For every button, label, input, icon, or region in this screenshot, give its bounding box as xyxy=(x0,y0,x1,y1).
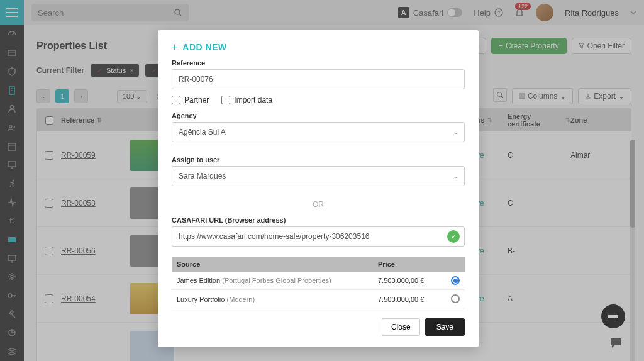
save-button[interactable]: Save xyxy=(425,318,465,336)
menu-lines-icon xyxy=(608,315,618,318)
agency-label: Agency xyxy=(172,112,465,119)
chat-icon xyxy=(609,336,623,350)
source-table: Source Price James Edition (Portugal For… xyxy=(172,257,465,309)
modal-title: ADD NEW xyxy=(182,42,226,52)
reference-label: Reference xyxy=(172,59,465,67)
url-label: CASAFARI URL (Browser address) xyxy=(172,216,465,224)
source-radio[interactable] xyxy=(451,294,460,303)
close-button[interactable]: Close xyxy=(382,318,420,336)
check-circle-icon: ✓ xyxy=(447,230,460,243)
url-input[interactable] xyxy=(172,226,465,247)
plus-icon: + xyxy=(172,42,177,53)
add-new-modal: + ADD NEW Reference Partner Import data … xyxy=(158,30,479,347)
th-source: Source xyxy=(177,260,378,268)
chat-button[interactable] xyxy=(606,333,625,352)
chevron-down-icon: ⌄ xyxy=(453,128,458,135)
source-row[interactable]: James Edition (Portugal Forbes Global Pr… xyxy=(172,272,465,290)
chevron-down-icon: ⌄ xyxy=(453,172,458,179)
source-row[interactable]: Luxury Portfolio (Modern) 7.500.000,00 € xyxy=(172,290,465,309)
source-radio[interactable] xyxy=(451,276,460,285)
import-checkbox[interactable]: Import data xyxy=(221,96,272,104)
assign-label: Assign to user xyxy=(172,156,465,164)
reference-input[interactable] xyxy=(172,69,465,89)
th-price: Price xyxy=(378,260,441,268)
partner-checkbox[interactable]: Partner xyxy=(172,96,209,104)
fab-menu-button[interactable] xyxy=(601,304,625,328)
agency-select[interactable]: ⌄ xyxy=(172,122,465,148)
assign-select[interactable]: ⌄ xyxy=(172,166,465,192)
or-divider: OR xyxy=(172,200,465,209)
